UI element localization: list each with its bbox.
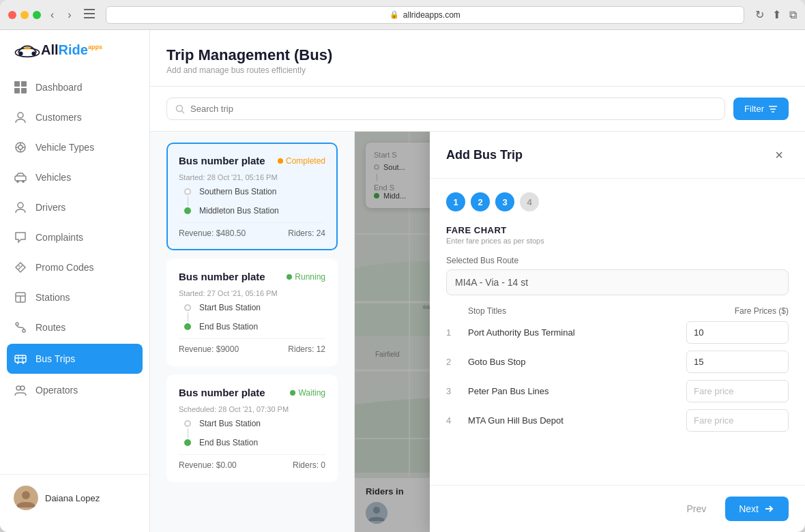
route-stop-from: Start Bus Station End Bus Station: [184, 303, 325, 331]
fare-table: 1 Port Authority Bus Terminal 2 Goto Bus…: [446, 321, 789, 432]
table-row[interactable]: Bus number plate Running Started: 27 Oct…: [166, 258, 338, 366]
sidebar-item-complaints[interactable]: Complaints: [0, 222, 149, 252]
stop-dot-to: [184, 207, 191, 214]
route-input[interactable]: [446, 269, 789, 295]
sidebar-item-label: Vehicle Types: [35, 142, 94, 153]
nav-items: Dashboard Customers Vehicle Types: [0, 72, 149, 474]
lock-icon: 🔒: [390, 10, 399, 19]
svg-point-12: [18, 145, 23, 149]
svg-rect-17: [15, 176, 26, 181]
svg-point-20: [18, 203, 23, 208]
route-stop-from: Start Bus Station End Bus Station: [184, 419, 325, 447]
step-4[interactable]: 4: [520, 192, 539, 211]
logo-icon: [14, 41, 41, 59]
sidebar-item-vehicles[interactable]: Vehicles: [0, 162, 149, 192]
sidebar-item-label: Stations: [35, 292, 70, 303]
modal: Add Bus Trip × 1 2: [430, 132, 805, 532]
page-subtitle: Add and manage bus routes efficiently: [166, 65, 789, 75]
svg-point-27: [23, 329, 25, 332]
fare-row: 2 Goto Bus Stop: [446, 351, 789, 373]
stop-dot-from: [184, 304, 191, 311]
svg-point-26: [16, 323, 18, 325]
fare-price-input[interactable]: [686, 351, 789, 373]
trip-date: Started: 28 Oct '21, 05:16 PM: [179, 173, 325, 181]
trips-list: Bus number plate Completed Started: 28 O…: [150, 132, 354, 532]
fare-col-prices: Fare Prices ($): [735, 306, 789, 316]
table-row[interactable]: Bus number plate Completed Started: 28 O…: [166, 143, 338, 250]
map-section: Fairfield eat Piece Meadows W Start S So…: [355, 132, 805, 532]
search-box: [166, 98, 725, 120]
table-row[interactable]: Bus number plate Waiting Scheduled: 28 O…: [166, 374, 338, 482]
close-window-btn[interactable]: [8, 11, 16, 19]
sidebar-item-bus-trips[interactable]: Bus Trips: [7, 344, 143, 374]
fare-table-header: Stop Titles Fare Prices ($): [446, 306, 789, 316]
routes-icon: [14, 321, 27, 334]
svg-point-21: [18, 265, 20, 267]
trip-footer: Revenue: $0.00 Riders: 0: [179, 454, 325, 470]
title-bar-actions: ↻ ⬆ ⧉: [755, 8, 797, 21]
route-label: Selected Bus Route: [446, 256, 789, 265]
sidebar-item-promo-codes[interactable]: Promo Codes: [0, 252, 149, 282]
trip-footer: Revenue: $480.50 Riders: 24: [179, 222, 325, 238]
stepper: 1 2 3 4: [446, 192, 789, 211]
split-view-btn[interactable]: ⧉: [789, 8, 797, 21]
sidebar-item-label: Bus Trips: [35, 353, 75, 364]
sidebar-item-vehicle-types[interactable]: Vehicle Types: [0, 132, 149, 162]
section-subtitle: Enter fare prices as per stops: [446, 237, 789, 245]
sidebar-item-dashboard[interactable]: Dashboard: [0, 72, 149, 102]
sidebar-item-customers[interactable]: Customers: [0, 102, 149, 132]
section-title: FARE CHART: [446, 225, 789, 235]
stop-dot-from: [184, 188, 191, 195]
sidebar-toggle-btn[interactable]: [84, 9, 95, 21]
svg-point-10: [18, 113, 23, 118]
share-btn[interactable]: ⬆: [772, 8, 781, 21]
trip-status: Completed: [278, 156, 325, 166]
sidebar-item-label: Vehicles: [35, 172, 71, 183]
sidebar-item-stations[interactable]: Stations: [0, 282, 149, 312]
filter-button[interactable]: Filter: [733, 98, 789, 120]
fare-price-input[interactable]: [686, 409, 789, 432]
sidebar-item-label: Dashboard: [35, 82, 83, 93]
complaints-icon: [14, 231, 27, 244]
sidebar-item-label: Customers: [35, 112, 82, 123]
dashboard-icon: [14, 80, 27, 94]
svg-rect-9: [21, 88, 27, 93]
fare-row-num: 3: [446, 386, 460, 396]
vehicles-icon: [14, 171, 27, 184]
trip-riders: Riders: 0: [293, 460, 325, 470]
operators-icon: [14, 383, 27, 397]
trip-footer: Revenue: $9000 Riders: 12: [179, 338, 325, 354]
step-2[interactable]: 2: [471, 192, 490, 211]
back-btn[interactable]: ‹: [46, 8, 58, 23]
search-icon: [175, 104, 185, 114]
close-modal-button[interactable]: ×: [770, 145, 789, 164]
prev-button[interactable]: Prev: [675, 497, 717, 521]
sidebar-item-drivers[interactable]: Drivers: [0, 192, 149, 222]
svg-rect-7: [21, 81, 27, 87]
fare-row: 4 MTA Gun Hill Bus Depot: [446, 409, 789, 432]
maximize-window-btn[interactable]: [33, 11, 41, 19]
fare-row: 1 Port Authority Bus Terminal: [446, 321, 789, 344]
fare-price-input[interactable]: [686, 380, 789, 402]
vehicle-types-icon: [14, 141, 27, 154]
fare-row-num: 1: [446, 327, 460, 338]
trip-revenue: Revenue: $9000: [179, 344, 239, 354]
route-stop-from: Southern Bus Station Middleton Bus Stati…: [184, 187, 325, 216]
sidebar-item-operators[interactable]: Operators: [0, 375, 149, 405]
status-dot: [290, 390, 295, 396]
svg-rect-1: [84, 13, 95, 14]
step-3[interactable]: 3: [495, 192, 514, 211]
svg-rect-28: [15, 355, 26, 362]
next-button[interactable]: Next: [725, 497, 789, 521]
search-input[interactable]: [190, 104, 716, 114]
reload-btn[interactable]: ↻: [755, 8, 764, 21]
modal-body: 1 2 3 4: [430, 179, 805, 485]
minimize-window-btn[interactable]: [20, 11, 29, 19]
forward-btn[interactable]: ›: [63, 8, 75, 23]
fare-price-input[interactable]: [686, 321, 789, 344]
step-1[interactable]: 1: [446, 192, 465, 211]
filter-icon: [768, 104, 778, 114]
trip-route: Start Bus Station End Bus Station: [179, 419, 325, 447]
modal-title: Add Bus Trip: [446, 148, 523, 162]
sidebar-item-routes[interactable]: Routes: [0, 312, 149, 342]
